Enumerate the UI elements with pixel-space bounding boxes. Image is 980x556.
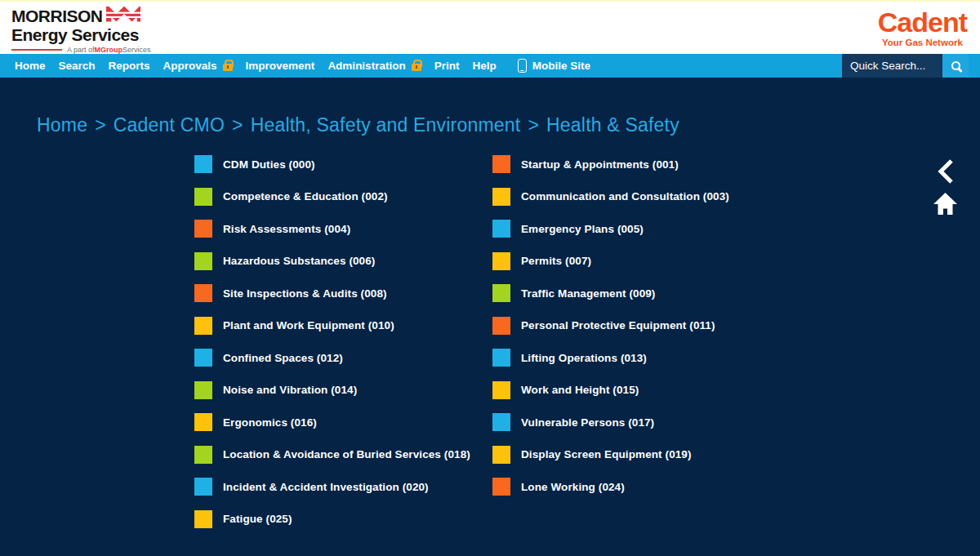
category-item-cdm-duties[interactable]: CDM Duties (000) — [194, 155, 470, 173]
home-button[interactable] — [933, 192, 958, 219]
category-label: CDM Duties (000) — [223, 158, 315, 171]
morrison-logo: MORRISON Energy Services A part of MGrou… — [11, 7, 151, 54]
quick-search-box — [842, 54, 942, 78]
category-item-work-and-height[interactable]: Work and Height (015) — [492, 381, 729, 399]
category-item-hazardous-substances[interactable]: Hazardous Substances (006) — [194, 252, 470, 270]
category-item-incident-accident-investigation[interactable]: Incident & Accident Investigation (020) — [194, 478, 470, 496]
category-item-startup-appointments[interactable]: Startup & Appointments (001) — [492, 155, 729, 173]
category-color-square-icon — [194, 446, 212, 464]
nav-item-reports[interactable]: Reports — [102, 54, 157, 78]
category-color-square-icon — [492, 349, 510, 367]
breadcrumb: Home>Cadent CMO>Health, Safety and Envir… — [37, 114, 679, 136]
category-color-square-icon — [492, 220, 510, 238]
category-item-ppe[interactable]: Personal Protective Equipment (011) — [492, 317, 729, 335]
breadcrumb-cadent-cmo[interactable]: Cadent CMO — [114, 114, 225, 136]
category-item-competence-education[interactable]: Competence & Education (002) — [194, 188, 470, 206]
category-item-permits[interactable]: Permits (007) — [492, 252, 729, 270]
nav-item-improvement[interactable]: Improvement — [239, 54, 322, 78]
category-label: Work and Height (015) — [521, 384, 639, 396]
category-color-square-icon — [194, 381, 212, 399]
category-color-square-icon — [492, 446, 510, 464]
category-label: Vulnerable Persons (017) — [521, 416, 654, 429]
nav-item-print[interactable]: Print — [428, 54, 466, 78]
nav-item-label: Improvement — [246, 60, 315, 72]
category-label: Ergonomics (016) — [223, 416, 317, 429]
category-item-ergonomics[interactable]: Ergonomics (016) — [194, 413, 470, 431]
category-color-square-icon — [194, 510, 212, 528]
home-icon — [933, 204, 958, 218]
nav-item-help[interactable]: Help — [466, 54, 502, 78]
category-item-communication-consultation[interactable]: Communication and Consultation (003) — [492, 188, 729, 206]
category-label: Hazardous Substances (006) — [223, 255, 375, 267]
nav-item-mobile-site[interactable]: Mobile Site — [511, 54, 597, 78]
category-color-square-icon — [194, 252, 212, 270]
breadcrumb-home[interactable]: Home — [37, 114, 87, 136]
quick-search — [842, 54, 969, 78]
breadcrumb-hse[interactable]: Health, Safety and Environment — [251, 114, 521, 136]
category-color-square-icon — [194, 413, 212, 431]
category-label: Emergency Plans (005) — [521, 223, 644, 235]
cadent-tagline: Your Gas Network — [878, 38, 967, 47]
nav-item-search[interactable]: Search — [52, 54, 102, 78]
header: MORRISON Energy Services A part of MGrou… — [0, 2, 980, 54]
category-item-plant-work-equipment[interactable]: Plant and Work Equipment (010) — [194, 317, 470, 335]
tagline-brand: MGroup — [95, 46, 123, 54]
category-color-square-icon — [492, 284, 510, 302]
quick-search-button[interactable] — [942, 54, 969, 78]
category-color-square-icon — [194, 349, 212, 367]
category-label: Incident & Accident Investigation (020) — [223, 481, 429, 493]
category-label: Noise and Vibration (014) — [223, 384, 357, 396]
category-item-site-inspections-audits[interactable]: Site Inspections & Audits (008) — [194, 284, 470, 302]
category-item-confined-spaces[interactable]: Confined Spaces (012) — [194, 349, 470, 367]
category-item-vulnerable-persons[interactable]: Vulnerable Persons (017) — [492, 413, 729, 431]
category-color-square-icon — [492, 413, 510, 431]
nav-item-administration[interactable]: Administration — [321, 54, 427, 78]
chevron-left-icon — [937, 173, 955, 187]
category-item-display-screen-equipment[interactable]: Display Screen Equipment (019) — [492, 446, 729, 464]
category-label: Fatigue (025) — [223, 513, 292, 525]
category-item-buried-services[interactable]: Location & Avoidance of Buried Services … — [194, 446, 470, 464]
tagline-rule — [11, 49, 62, 51]
category-item-fatigue[interactable]: Fatigue (025) — [194, 510, 470, 528]
category-item-emergency-plans[interactable]: Emergency Plans (005) — [492, 220, 729, 238]
category-item-noise-vibration[interactable]: Noise and Vibration (014) — [194, 381, 470, 399]
category-item-traffic-management[interactable]: Traffic Management (009) — [492, 284, 729, 302]
category-color-square-icon — [492, 478, 510, 496]
morrison-logo-text: MORRISON — [11, 7, 103, 25]
category-label: Site Inspections & Audits (008) — [223, 287, 387, 300]
nav-item-approvals[interactable]: Approvals — [157, 54, 239, 78]
back-button[interactable] — [937, 158, 955, 188]
category-column-left: CDM Duties (000) Competence & Education … — [194, 155, 470, 542]
category-color-square-icon — [492, 188, 510, 206]
category-color-square-icon — [492, 252, 510, 270]
nav-item-label: Home — [15, 60, 46, 72]
category-label: Personal Protective Equipment (011) — [521, 319, 715, 331]
category-color-square-icon — [194, 478, 212, 496]
nav-item-home[interactable]: Home — [8, 54, 52, 78]
morrison-logo-subtext: Energy Services — [11, 26, 151, 43]
quick-search-input[interactable] — [842, 60, 942, 72]
cadent-logo: Cadent Your Gas Network — [878, 8, 967, 47]
category-column-right: Startup & Appointments (001) Communicati… — [492, 155, 729, 510]
category-color-square-icon — [194, 220, 212, 238]
category-label: Permits (007) — [521, 255, 591, 267]
nav-item-label: Mobile Site — [532, 60, 590, 72]
category-label: Traffic Management (009) — [521, 287, 655, 300]
category-label: Display Screen Equipment (019) — [521, 448, 692, 460]
nav-item-label: Approvals — [163, 60, 217, 72]
mobile-phone-icon — [518, 59, 527, 73]
category-label: Location & Avoidance of Buried Services … — [223, 448, 470, 460]
category-color-square-icon — [194, 188, 212, 206]
cadent-logo-text: Cadent — [878, 8, 967, 36]
category-label: Risk Assessments (004) — [223, 223, 350, 235]
category-item-lifting-operations[interactable]: Lifting Operations (013) — [492, 349, 729, 367]
category-item-risk-assessments[interactable]: Risk Assessments (004) — [194, 220, 470, 238]
page: MORRISON Energy Services A part of MGrou… — [0, 0, 980, 556]
category-label: Competence & Education (002) — [223, 190, 388, 202]
category-color-square-icon — [194, 284, 212, 302]
category-item-lone-working[interactable]: Lone Working (024) — [492, 478, 729, 496]
category-label: Communication and Consultation (003) — [521, 190, 729, 202]
breadcrumb-separator: > — [95, 114, 106, 136]
nav-item-label: Search — [59, 60, 96, 72]
breadcrumb-health-safety[interactable]: Health & Safety — [546, 114, 679, 136]
